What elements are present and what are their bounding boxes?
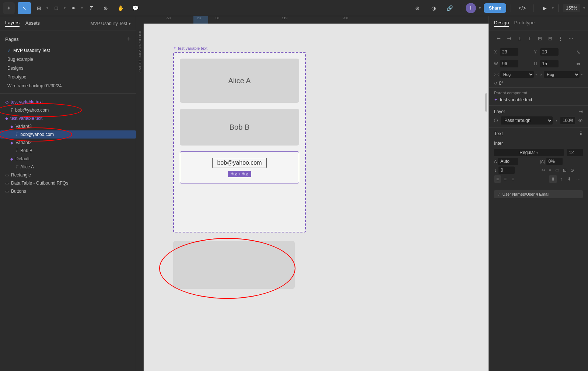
code-btn[interactable]: </>	[515, 2, 529, 14]
variable-style-bar[interactable]: T User Names/User 4 Email	[494, 190, 583, 198]
zoom-control[interactable]: 155%	[563, 4, 580, 12]
page-item-mvp[interactable]: ✓ MVP Usability Test	[5, 46, 131, 55]
canvas-content[interactable]: ✦ test variable text Alice A Bob B	[144, 24, 489, 371]
pen-tool-btn[interactable]: ✒	[67, 2, 80, 14]
h-input[interactable]	[540, 60, 559, 67]
page-item-prototype[interactable]: Prototype	[5, 73, 131, 81]
tab-assets[interactable]: Assets	[25, 20, 40, 27]
hand-tool-btn[interactable]: ✋	[114, 2, 127, 14]
tab-prototype[interactable]: Prototype	[514, 20, 535, 27]
email-text-box[interactable]: bob@yahoo.com	[212, 158, 266, 168]
text-layer-icon-4: T	[15, 164, 18, 169]
align-bottom-text-btn[interactable]: ⬇	[565, 175, 573, 183]
select-tool-btn[interactable]: ↖	[18, 2, 31, 14]
w-input[interactable]	[500, 60, 518, 67]
contrast-btn[interactable]: ◑	[427, 2, 440, 14]
font-style-btn[interactable]: Regular ▾	[494, 149, 564, 156]
layer-item-buttons[interactable]: ▭ Buttons	[0, 187, 136, 195]
breadcrumb[interactable]: MVP Usability Test ▾	[90, 21, 131, 26]
y-label: Y	[534, 50, 539, 54]
logo-icon: ✦	[7, 5, 11, 11]
tab-layers[interactable]: Layers	[5, 20, 20, 27]
font-style-chevron: ▾	[536, 151, 538, 155]
drag-handle-icon[interactable]: ⠿	[580, 131, 583, 136]
align-text-justify-btn[interactable]: ≡	[547, 167, 553, 174]
align-center-v-btn[interactable]: ⊞	[535, 34, 544, 43]
align-center-text-btn[interactable]: ≡	[502, 175, 509, 183]
align-top-text-btn[interactable]: ⬆	[549, 175, 557, 183]
layer-item-variant3[interactable]: ◆ Variant3	[0, 122, 136, 130]
scroll-handle[interactable]	[485, 93, 487, 112]
layer-link-btn[interactable]: ⇥	[579, 109, 583, 114]
shape-tool-btn[interactable]: □	[50, 2, 63, 14]
layer-item-variant2[interactable]: ◆ Variant2	[0, 139, 136, 147]
x-input[interactable]	[500, 48, 518, 56]
align-top-btn[interactable]: ⊤	[525, 34, 534, 43]
canvas-area[interactable]: -50 23 50 119 200 -150 -100 -50 20 35 10…	[136, 16, 489, 371]
align-center-h-btn[interactable]: ⊣	[504, 34, 513, 43]
play-btn[interactable]: ▶	[538, 2, 551, 14]
layer-item-rectangle[interactable]: ▭ Rectangle	[0, 171, 136, 179]
frame-tool-btn[interactable]: ⊞	[32, 2, 46, 14]
layer-item-bob-b[interactable]: T Bob B	[0, 147, 136, 155]
align-right-text-btn[interactable]: ≡	[510, 175, 517, 183]
layer-item-test-var-1[interactable]: ◇ test variable text	[0, 98, 136, 106]
resize-text-btn[interactable]: ⊡	[561, 167, 568, 174]
variant-diamond-icon-1: ◆	[10, 125, 13, 129]
layer-item-bob-email-1[interactable]: T bob@yahoo.com	[0, 106, 136, 114]
line-height-input[interactable]	[498, 167, 515, 174]
hug-x-select[interactable]: Hug Fixed Fill	[500, 71, 534, 78]
distribute-v-btn[interactable]: ⋯	[566, 34, 575, 43]
link-btn[interactable]: 🔗	[443, 2, 456, 14]
tab-design[interactable]: Design	[494, 20, 509, 27]
rect-layer-icon-3: ▭	[5, 189, 9, 194]
tracking-icon: |A|	[540, 159, 545, 164]
auto-input[interactable]	[498, 158, 518, 165]
align-right-btn[interactable]: ⊥	[515, 34, 524, 43]
text-tool-btn[interactable]: T	[84, 2, 98, 14]
page-item-wireframe[interactable]: Wireframe backup 01/30/24	[5, 81, 131, 90]
pass-through-row: Pass through Normal Multiply Screen ▾ 👁	[494, 116, 583, 125]
tracking-input[interactable]	[546, 158, 563, 165]
font-size-input[interactable]	[567, 149, 583, 156]
text-section-label: Text	[494, 131, 503, 136]
distribute-h-btn[interactable]: ⋮	[556, 34, 565, 43]
layer-item-default[interactable]: ◆ Default	[0, 155, 136, 163]
page-item-bug[interactable]: Bug example	[5, 55, 131, 64]
align-bottom-btn[interactable]: ⊟	[546, 34, 554, 43]
align-mid-text-btn[interactable]: ↕	[558, 175, 564, 183]
add-page-button[interactable]: +	[127, 35, 131, 43]
align-text-left-btn[interactable]: ⇔	[540, 167, 547, 174]
layer-item-test-var-2[interactable]: ◆ test variable text	[0, 114, 136, 122]
auto-tracking-row: A |A|	[494, 158, 583, 165]
user-avatar[interactable]: I	[466, 3, 476, 13]
align-left-btn[interactable]: ⊢	[494, 34, 503, 43]
component-link-btn[interactable]: ⊛	[411, 2, 424, 14]
rotation-value: 0°	[499, 81, 503, 86]
page-item-designs[interactable]: Designs	[5, 64, 131, 73]
dimensions-row: W H ⇔	[489, 58, 588, 70]
constrain-proportions-btn[interactable]: ⇔	[574, 59, 583, 68]
card-email[interactable]: bob@yahoo.com Hug × Hug	[180, 151, 299, 183]
frame-box[interactable]: Alice A Bob B bob@yahoo.com Hug × Hug	[173, 52, 306, 232]
layer-item-alice-a[interactable]: T Alice A	[0, 163, 136, 171]
layer-item-data-table[interactable]: ▭ Data Table - Outbound RFQs	[0, 179, 136, 187]
app-logo[interactable]: ✦	[3, 2, 15, 14]
hug-y-select[interactable]: Hug Fixed Fill	[544, 71, 580, 78]
ruler-highlight	[193, 16, 208, 24]
blend-mode-select[interactable]: Pass through Normal Multiply Screen	[501, 116, 553, 125]
align-text-right-btn[interactable]: ▭	[554, 167, 561, 174]
resize-corner-btn[interactable]: ⤡	[574, 48, 583, 56]
parent-component-value: ✦ test variable text	[494, 97, 583, 102]
rotation-row: ↺ 0°	[489, 79, 588, 87]
opacity-input[interactable]	[560, 117, 575, 124]
layer-item-bob-email-2[interactable]: T bob@yahoo.com	[0, 130, 136, 139]
components-btn[interactable]: ⊛	[99, 2, 112, 14]
more-text-btn[interactable]: ⋯	[574, 175, 583, 183]
clock-text-btn[interactable]: ⊙	[569, 167, 575, 174]
share-button[interactable]: Share	[484, 3, 506, 13]
comment-tool-btn[interactable]: 💬	[129, 2, 142, 14]
visibility-btn[interactable]: 👁	[578, 118, 583, 123]
y-input[interactable]	[540, 48, 559, 56]
align-left-text-btn[interactable]: ≡	[494, 175, 501, 183]
